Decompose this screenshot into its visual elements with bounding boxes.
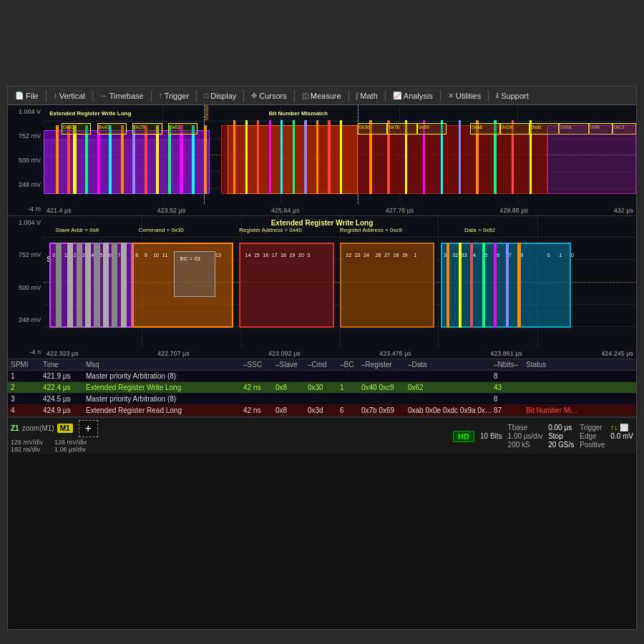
scope-container: 📄 File ↕ Vertical ↔ Timebase ↑ Trigger □… — [7, 86, 637, 630]
table-row[interactable]: 2 422.4 µs Extended Register Write Long … — [8, 382, 636, 394]
cell-bc-4: 6 — [340, 406, 361, 414]
file-icon: 📄 — [15, 92, 24, 99]
menu-analysis[interactable]: 📈 Analysis — [389, 90, 437, 102]
math-icon: ∫ — [356, 92, 358, 99]
cell-ssc-2: 42 ns — [243, 384, 275, 391]
vertical-icon: ↕ — [54, 92, 57, 99]
cell-reg-4: 0x7b 0x69 — [361, 406, 408, 414]
menu-sep-10 — [488, 90, 489, 102]
cell-nbits-4: 87 — [494, 406, 526, 414]
cell-nbits-3: 8 — [494, 395, 526, 403]
plus-icon: + — [85, 422, 92, 434]
cell-time-4: 424.9 µs — [43, 406, 86, 414]
cell-cmd-2: 0x30 — [308, 384, 340, 391]
x-label-bot-5: 423.861 µs — [490, 350, 522, 357]
menu-file[interactable]: 📄 File — [11, 90, 43, 102]
y-label-top-1: 1.004 V — [9, 108, 41, 115]
bit-mismatch-label: Bit Number Mismatch — [269, 110, 328, 117]
bottom-padding — [0, 630, 644, 644]
x-label-top-4: 427.76 µs — [386, 207, 414, 214]
menu-utilities[interactable]: ✕ Utilities — [444, 90, 485, 102]
x-axis-top: 421.4 µs 423.52 µs 425.64 µs 427.76 µs 4… — [44, 207, 636, 214]
menu-display[interactable]: □ Display — [200, 90, 240, 102]
y-label-top-5: -4 m — [9, 205, 41, 213]
cell-ssc-1 — [243, 372, 275, 380]
cell-msq-4: Extended Register Read Long — [86, 406, 243, 414]
reg-addr2-label: Register Address = 0xc9 — [340, 227, 402, 233]
x-axis-bottom: 422.323 µs 422.707 µs 423.092 µs 423.476… — [44, 350, 636, 357]
slave-addr-label: Slave Addr = 0x8 — [56, 227, 99, 233]
gs-label: 20 GS/s — [548, 441, 574, 449]
cell-slave-4: 0x8 — [275, 406, 308, 414]
div-per-div-1: 126 mV/div 192 ns/div — [11, 439, 43, 453]
y-label-bot-2: 752 mV — [9, 251, 41, 258]
waveform-zoom[interactable]: 1.004 V 752 mV 500 mV 248 mV -4 n Extend… — [8, 216, 636, 359]
menu-support[interactable]: ℹ Support — [492, 90, 533, 102]
cell-slave-2: 0x8 — [275, 384, 308, 391]
timebase-icon: ↔ — [100, 92, 107, 99]
edge-label: Edge — [580, 432, 605, 440]
cell-data-2: 0x62 — [408, 384, 494, 391]
menu-sep-9 — [440, 90, 441, 102]
cell-ssc-3 — [243, 395, 275, 403]
bits-info: 10 Bits — [480, 432, 502, 440]
menu-sep-3 — [151, 90, 152, 102]
trigger-label: Trigger — [580, 424, 605, 431]
x-label-top-2: 423.52 µs — [157, 207, 186, 214]
header-time: Time — [43, 361, 86, 369]
cell-time-2: 422.4 µs — [43, 384, 86, 391]
y-label-top-4: 248 mV — [9, 181, 41, 188]
menu-math[interactable]: ∫ Math — [352, 90, 382, 102]
data-label: Data = 0x62 — [464, 227, 495, 233]
zoom-title: Extended Register Write Long — [271, 219, 374, 227]
display-icon: □ — [204, 92, 208, 99]
y-axis-top: 1.004 V 752 mV 500 mV 248 mV -4 m — [8, 105, 42, 215]
menu-timebase[interactable]: ↔ Timebase — [96, 90, 148, 102]
cell-num-4: 4 — [11, 406, 43, 414]
menu-sep-1 — [46, 90, 47, 102]
table-row[interactable]: 3 424.5 µs Master priority Arbitration (… — [8, 394, 636, 405]
menu-sep-2 — [92, 90, 93, 102]
x-label-top-3: 425.64 µs — [271, 207, 300, 214]
cell-num-2: 2 — [11, 384, 43, 391]
analysis-icon: 📈 — [393, 92, 401, 99]
menu-vertical[interactable]: ↕ Vertical — [49, 90, 89, 102]
menu-cursors[interactable]: ✥ Cursors — [247, 90, 291, 102]
cell-num-3: 3 — [11, 395, 43, 403]
y-label-bot-4: 248 mV — [9, 316, 41, 323]
cell-bc-3 — [340, 395, 361, 403]
cursors-icon: ✥ — [251, 92, 257, 99]
y-label-top-3: 500 mV — [9, 157, 41, 164]
app-container: 📄 File ↕ Vertical ↔ Timebase ↑ Trigger □… — [0, 0, 644, 644]
positive-label: Positive — [580, 441, 605, 449]
command-label: Command = 0x30 — [138, 227, 183, 233]
cell-ssc-4: 42 ns — [243, 406, 275, 414]
menu-trigger[interactable]: ↑ Trigger — [155, 90, 193, 102]
zoom-z1-label: Z1 — [11, 424, 19, 432]
cell-num-1: 1 — [11, 372, 43, 380]
bc-label: BC = 01 — [180, 255, 200, 262]
cell-slave-1 — [275, 372, 308, 380]
table-row[interactable]: 4 424.9 µs Extended Register Read Long 4… — [8, 405, 636, 416]
y-axis-bottom: 1.004 V 752 mV 500 mV 248 mV -4 n — [8, 216, 42, 358]
menu-measure[interactable]: ◫ Measure — [298, 90, 346, 102]
trigger-grid: Trigger ↑↓ ⬜ Edge 0.0 mV Positive — [580, 424, 633, 449]
waveform-overview[interactable]: 1.004 V 752 mV 500 mV 248 mV -4 m — [8, 105, 636, 216]
menu-bar: 📄 File ↕ Vertical ↔ Timebase ↑ Trigger □… — [8, 87, 636, 105]
add-zoom-button[interactable]: + — [79, 420, 98, 437]
header-slave: –Slave — [275, 361, 308, 369]
trigger-icon: ↑ — [159, 92, 162, 99]
cell-status-3 — [526, 395, 597, 403]
cell-reg-2: 0x40 0xc9 — [361, 384, 408, 391]
y-label-top-2: 752 mV — [9, 132, 41, 140]
table-row[interactable]: 1 421.9 µs Master priority Arbitration (… — [8, 371, 636, 382]
cell-msq-1: Master priority Arbitration (8) — [86, 372, 243, 380]
grid-top: 0x80 0x40 0x29 0x62 Extended Register Wr… — [44, 105, 636, 204]
y-label-bot-5: -4 n — [9, 348, 41, 356]
cell-data-3 — [408, 395, 494, 403]
cell-data-4: 0xab 0x0e 0xdc 0x9a 0xfd 0xc3 — [408, 406, 494, 414]
cell-bc-2: 1 — [340, 384, 361, 391]
header-cmd: –Cmd — [308, 361, 340, 369]
trigger-value: 0.0 mV — [610, 432, 633, 440]
div-per-div-2: 126 mV/div 1.06 µs/div — [54, 439, 87, 453]
